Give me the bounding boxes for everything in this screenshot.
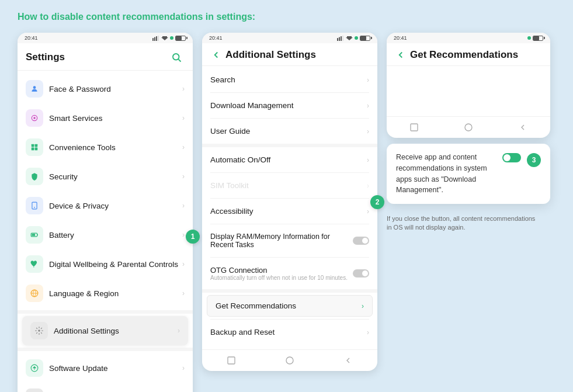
list-item[interactable]: Accessibility › <box>202 201 377 221</box>
list-item: SIM Toolkit › <box>202 175 377 196</box>
chevron-icon: › <box>182 172 185 181</box>
screen2-settings-list: Search › Download Management › User Guid… <box>202 66 377 346</box>
svg-rect-28 <box>342 36 343 41</box>
tooltip-box: Receive app and content recommendations … <box>387 144 550 204</box>
separator <box>18 310 193 314</box>
additional-settings-label: Additional Settings <box>54 327 178 335</box>
nav-home-3[interactable] <box>408 122 420 133</box>
back-arrow-icon <box>210 49 222 61</box>
list-item[interactable]: Battery › <box>18 220 193 249</box>
svg-point-32 <box>465 124 472 131</box>
svg-rect-1 <box>154 37 155 41</box>
chevron-icon: › <box>182 260 185 268</box>
status-dot-3 <box>527 36 531 40</box>
list-item[interactable]: Software Update › <box>18 353 193 383</box>
screen2-title: Additional Settings <box>225 49 316 61</box>
nav-home-2[interactable] <box>225 355 237 366</box>
svg-rect-16 <box>37 234 38 235</box>
accessibility-label: Accessibility <box>210 207 367 216</box>
step-3-badge: 3 <box>527 153 541 167</box>
battery-icon-item <box>26 226 43 244</box>
list-item[interactable]: User Guide › <box>202 121 377 141</box>
sim-toolkit-label: SIM Toolkit <box>210 181 367 190</box>
svg-point-4 <box>173 54 179 60</box>
list-item[interactable]: Display RAM/Memory Information for Recen… <box>202 227 377 255</box>
screen2-wrapper: 20:41 Additional Settings <box>202 33 377 371</box>
chevron-icon: › <box>182 289 185 297</box>
step-2-badge: 2 <box>370 195 384 209</box>
get-rec-label: Get Recommendations <box>216 301 362 310</box>
chevron-icon: › <box>178 327 180 335</box>
chevron-icon: › <box>182 143 185 151</box>
chevron-icon: › <box>367 182 369 190</box>
status-bar-3: 20:41 <box>387 33 550 43</box>
list-item[interactable]: Digital Wellbeing & Parental Controls › <box>18 249 193 279</box>
tooltip-toggle[interactable] <box>502 153 521 162</box>
chevron-icon: › <box>367 328 369 337</box>
auto-onoff-label: Automatic On/Off <box>210 155 367 164</box>
digital-wellbeing-icon <box>26 255 43 273</box>
software-update-label: Software Update <box>49 364 182 373</box>
nav-recent-3[interactable] <box>517 122 529 133</box>
svg-rect-27 <box>341 36 342 41</box>
additional-settings-item[interactable]: Additional Settings › <box>22 316 188 345</box>
screen1-settings-list: Face & Password › Smart Services › Conve… <box>18 71 193 392</box>
tooltip-text: Receive app and content recommendations … <box>396 152 496 196</box>
nav-recent-2[interactable] <box>342 355 354 366</box>
status-icons-2 <box>337 36 370 41</box>
nav-bar-3 <box>387 116 550 138</box>
list-item[interactable]: Language & Region › <box>18 279 193 308</box>
svg-rect-25 <box>337 38 338 41</box>
separator <box>210 224 369 224</box>
svg-point-30 <box>286 357 293 364</box>
back-button-2[interactable]: Additional Settings <box>210 49 316 61</box>
list-item[interactable]: Security › <box>18 162 193 191</box>
battery-1 <box>175 36 186 41</box>
list-item[interactable]: Search › <box>202 70 377 90</box>
list-item[interactable]: Automatic On/Off › <box>202 150 377 170</box>
back-button-3[interactable]: Get Recommendations <box>395 49 518 61</box>
list-item[interactable]: Device & Privacy › <box>18 191 193 220</box>
list-item[interactable]: i About Phone › <box>18 383 193 392</box>
list-item[interactable]: Smart Services › <box>18 103 193 133</box>
security-label: Security <box>49 172 182 181</box>
battery-3 <box>533 36 543 41</box>
separator <box>210 198 369 199</box>
chevron-icon: › <box>367 156 369 164</box>
list-item[interactable]: OTG Connection Automatically turn off wh… <box>202 260 377 287</box>
battery-label: Battery <box>49 231 182 240</box>
about-phone-icon: i <box>26 388 43 392</box>
chevron-icon: › <box>182 364 185 372</box>
svg-rect-26 <box>339 37 340 41</box>
footer-note: If you close the button, all content rec… <box>387 214 539 233</box>
get-recommendations-item[interactable]: Get Recommendations › <box>207 295 373 317</box>
language-icon <box>26 285 43 302</box>
screen3-phone: 20:41 Get Recommendations <box>387 33 550 138</box>
svg-rect-31 <box>411 124 418 131</box>
screen1-search-button[interactable] <box>168 49 185 65</box>
back-arrow-icon-3 <box>395 49 407 61</box>
screen3-header: Get Recommendations <box>387 43 550 66</box>
list-item[interactable]: Convenience Tools › <box>18 133 193 162</box>
time-2: 20:41 <box>209 35 223 41</box>
chevron-icon: › <box>182 231 185 239</box>
nav-back-2[interactable] <box>284 355 296 366</box>
time-3: 20:41 <box>394 35 407 41</box>
backup-reset-label: Backup and Reset <box>210 328 367 337</box>
status-dot-1 <box>170 36 173 40</box>
list-item[interactable]: Backup and Reset › <box>202 322 377 342</box>
screen3-empty <box>387 66 550 113</box>
svg-rect-12 <box>35 148 38 151</box>
list-item[interactable]: Download Management › <box>202 95 377 116</box>
status-icons-3 <box>527 36 543 41</box>
display-ram-label: Display RAM/Memory Information for Recen… <box>210 233 353 249</box>
list-item[interactable]: Face & Password › <box>18 74 193 103</box>
time-1: 20:41 <box>25 35 38 41</box>
phones-row: 20:41 Settings <box>18 33 555 392</box>
screen3-title: Get Recommendations <box>410 49 518 61</box>
screen1-title: Settings <box>26 51 65 63</box>
status-bar-2: 20:41 <box>202 33 377 43</box>
screen1-wrapper: 20:41 Settings <box>18 33 193 392</box>
nav-back-3[interactable] <box>463 122 474 133</box>
svg-rect-13 <box>32 202 37 209</box>
